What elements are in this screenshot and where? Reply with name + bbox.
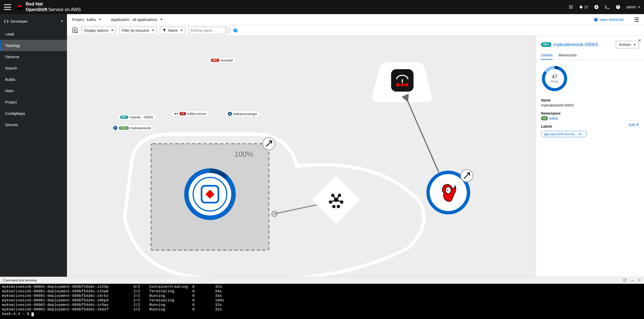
main: Project: kafka Application: all applicat… — [67, 14, 644, 319]
list-view-icon[interactable] — [634, 17, 639, 22]
sidebar-item-helm[interactable]: Helm — [0, 85, 67, 96]
k-badge: K — [113, 126, 117, 130]
sidebar-item-topology[interactable]: Topology — [0, 40, 67, 51]
pods-count: 47 — [551, 74, 558, 80]
svg-line-23 — [274, 205, 316, 214]
perspective-label: Developer — [11, 19, 28, 23]
label-chip[interactable]: app.openshift.io/runti... =k... — [541, 131, 587, 137]
panel-title-text: myknativesink-00001 — [553, 42, 598, 47]
info-icon[interactable]: ? — [233, 28, 237, 32]
application-value: all applications — [132, 17, 157, 22]
shortcuts-label: View shortcuts — [599, 17, 624, 22]
redhat-icon — [15, 4, 24, 10]
ksvc-badge: KSVC — [119, 126, 129, 130]
close-icon[interactable]: ✕ — [638, 38, 641, 43]
brand[interactable]: Red Hat OpenShift Service on AWS — [15, 2, 81, 12]
node-ksvc[interactable]: KKSVCmyknativesink — [111, 125, 154, 131]
svg-rect-8 — [570, 8, 571, 9]
namespace-label: Namespace — [541, 111, 639, 115]
node-revision[interactable]: REVmyknat...-00001 — [117, 114, 156, 120]
user-menu[interactable]: admin — [626, 5, 640, 9]
terminal-icon[interactable] — [605, 5, 610, 9]
filter-dropdown[interactable]: Filter by resource — [119, 27, 157, 34]
close-icon[interactable]: ✕ — [638, 278, 641, 282]
tab-details[interactable]: Details — [541, 51, 553, 60]
code-icon — [4, 20, 9, 23]
import-icon[interactable] — [594, 5, 599, 9]
sidebar-item-observe[interactable]: Observe — [0, 51, 67, 62]
svg-rect-9 — [572, 8, 573, 9]
panel-title[interactable]: REV myknativesink-00001 — [541, 42, 598, 47]
name-filter-dropdown[interactable]: Name — [160, 27, 185, 34]
caret-down-icon — [634, 44, 636, 45]
node-d[interactable]: Dkafkamessenger — [225, 111, 260, 117]
masthead-left: Red Hat OpenShift Service on AWS — [4, 2, 81, 12]
find-input[interactable] — [188, 27, 226, 34]
sidebar-item-project[interactable]: Project — [0, 96, 67, 108]
view-shortcuts[interactable]: ? View shortcuts — [594, 17, 624, 22]
add-to-project-icon[interactable] — [72, 27, 79, 33]
brand-suffix: Service on AWS — [48, 7, 81, 12]
ksvc-name: myknativesink — [130, 126, 151, 130]
hamburger-icon[interactable] — [4, 4, 11, 10]
svg-rect-4 — [569, 7, 570, 7]
notifications-icon[interactable]: 12 — [579, 5, 588, 9]
svg-rect-6 — [572, 7, 573, 7]
filter-icon — [163, 29, 166, 32]
terminal-body[interactable]: myknativesink-00001-deployment-689bf54d4… — [0, 284, 644, 319]
ns-badge: NS — [541, 116, 548, 120]
perspective-switcher[interactable]: Developer — [0, 14, 67, 28]
ks-name: kafka-source — [188, 112, 206, 116]
terminal: Command line terminal ✕ myknativesink-00… — [0, 277, 644, 319]
topology-toolbar: Display options Filter by resource Name … — [67, 25, 644, 36]
caret-down-icon — [181, 30, 183, 31]
sidebar-item-builds[interactable]: Builds — [0, 74, 67, 85]
node-kafka-source[interactable]: KSkafka-source — [172, 111, 209, 117]
terminal-title: Command line terminal — [3, 278, 37, 282]
caret-down-icon — [160, 19, 162, 20]
actions-label: Actions — [619, 43, 631, 47]
pods-donut[interactable]: 47 Pods — [541, 65, 568, 92]
application-dropdown[interactable]: Application: all applications — [111, 17, 162, 22]
project-dropdown[interactable]: Project: kafka — [72, 17, 101, 22]
svg-point-29 — [332, 205, 336, 208]
node-akc[interactable]: AKCexample — [208, 57, 236, 63]
actions-dropdown[interactable]: Actions — [616, 41, 639, 48]
edit-labels[interactable]: Edit — [629, 123, 639, 127]
sidebar-item-configmaps[interactable]: ConfigMaps — [0, 108, 67, 119]
brand-text: Red Hat OpenShift Service on AWS — [26, 2, 81, 12]
sidebar-item-secrets[interactable]: Secrets — [0, 119, 67, 130]
brand-line1: Red Hat — [26, 2, 43, 7]
context-bar: Project: kafka Application: all applicat… — [67, 14, 644, 25]
namespace-value: kafka — [549, 116, 558, 120]
pods-label: Pods — [551, 80, 558, 83]
akc-name: example — [221, 58, 233, 62]
rev-name: myknat...-00001 — [130, 115, 153, 119]
sidebar-item--add[interactable]: +Add — [0, 28, 67, 40]
caret-down-icon — [152, 30, 154, 31]
notifications-count: 12 — [584, 5, 588, 9]
name-label: Name — [541, 98, 639, 102]
caret-down-icon — [638, 7, 640, 8]
terminal-header: Command line terminal ✕ — [0, 277, 644, 284]
svg-text:?: ? — [617, 5, 619, 9]
namespace-link[interactable]: NS kafka — [541, 116, 639, 120]
tab-resources[interactable]: Resources — [559, 51, 577, 60]
kbd-hint: / — [226, 28, 230, 33]
app-launcher-icon[interactable] — [569, 5, 573, 9]
display-options-dropdown[interactable]: Display options — [82, 27, 116, 34]
name-value: myknativesink-00001 — [541, 103, 639, 107]
username: admin — [626, 5, 636, 9]
svg-rect-5 — [570, 7, 571, 7]
help-icon[interactable]: ? — [616, 5, 620, 9]
project-label: Project: — [72, 17, 85, 22]
rev-badge: REV — [541, 42, 551, 47]
rev-badge: REV — [120, 116, 128, 119]
find-input-group: / — [188, 27, 230, 34]
d-badge: D — [228, 112, 232, 116]
name-label: Name — [168, 28, 177, 32]
sidebar-item-search[interactable]: Search — [0, 62, 67, 74]
help-icon: ? — [594, 18, 598, 22]
minimize-icon[interactable] — [631, 278, 634, 282]
open-external-icon[interactable] — [623, 278, 627, 282]
